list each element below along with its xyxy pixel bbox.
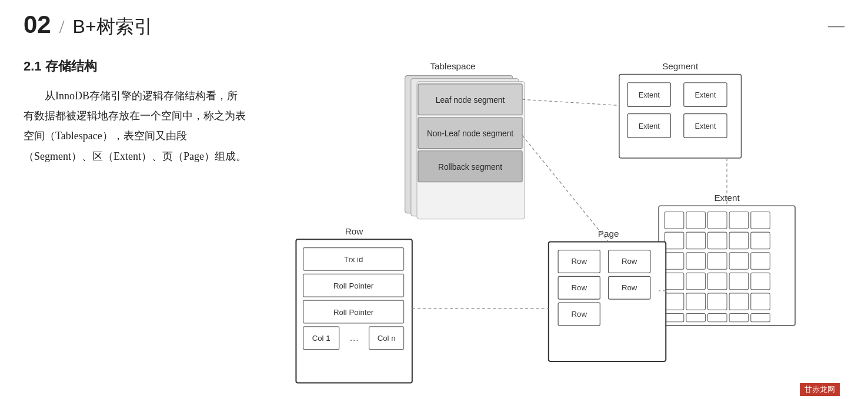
svg-text:Segment: Segment (662, 61, 699, 71)
svg-rect-23 (665, 212, 684, 229)
svg-rect-38 (665, 273, 684, 289)
svg-text:Extent: Extent (695, 122, 716, 130)
svg-rect-30 (707, 232, 727, 249)
page-header: 02 / B+树索引 — (0, 0, 868, 46)
svg-text:Roll Pointer: Roll Pointer (333, 281, 374, 290)
main-content: 2.1 存储结构 从InnoDB存储引擎的逻辑存储结构看，所有数据都被逻辑地存放… (0, 46, 868, 399)
svg-rect-43 (665, 293, 684, 310)
svg-text:Row: Row (622, 257, 637, 266)
svg-text:Row: Row (345, 226, 363, 236)
title-block: 02 / B+树索引 (24, 11, 153, 40)
svg-rect-51 (729, 314, 749, 322)
svg-rect-32 (751, 232, 770, 249)
svg-rect-36 (729, 253, 749, 269)
svg-rect-37 (751, 253, 770, 269)
svg-text:Row: Row (622, 283, 637, 292)
svg-rect-24 (686, 212, 706, 229)
slash-separator: / (59, 16, 65, 38)
svg-text:Col n: Col n (378, 334, 396, 343)
svg-rect-47 (751, 293, 770, 310)
svg-rect-39 (686, 273, 706, 289)
svg-rect-42 (751, 273, 770, 289)
storage-diagram: Tablespace Leaf node segment Non-Leaf no… (265, 58, 844, 398)
svg-rect-28 (665, 232, 684, 249)
svg-rect-45 (707, 293, 727, 310)
svg-rect-35 (707, 253, 727, 269)
page-number: 02 (24, 11, 51, 39)
svg-line-20 (522, 99, 619, 105)
svg-text:Leaf node segment: Leaf node segment (436, 96, 505, 105)
svg-rect-26 (729, 212, 749, 229)
svg-line-66 (522, 135, 609, 242)
diagram-panel: Tablespace Leaf node segment Non-Leaf no… (265, 58, 844, 399)
svg-text:Page: Page (598, 229, 619, 239)
svg-rect-27 (751, 212, 770, 229)
svg-text:Tablespace: Tablespace (430, 61, 475, 71)
svg-rect-41 (729, 273, 749, 289)
svg-text:Col 1: Col 1 (312, 334, 330, 343)
svg-rect-52 (751, 314, 770, 322)
svg-rect-33 (665, 253, 684, 269)
svg-text:Rollback segment: Rollback segment (438, 163, 502, 172)
svg-text:Row: Row (571, 257, 587, 266)
svg-rect-44 (686, 293, 706, 310)
svg-text:Extent: Extent (639, 90, 660, 99)
svg-rect-48 (665, 314, 684, 322)
svg-text:Row: Row (571, 283, 587, 292)
svg-rect-34 (686, 253, 706, 269)
svg-rect-40 (707, 273, 727, 289)
menu-icon[interactable]: — (828, 16, 844, 35)
svg-text:Non-Leaf node segment: Non-Leaf node segment (427, 129, 513, 138)
svg-text:Extent: Extent (695, 90, 716, 99)
svg-rect-50 (707, 314, 727, 322)
text-panel: 2.1 存储结构 从InnoDB存储引擎的逻辑存储结构看，所有数据都被逻辑地存放… (24, 58, 247, 399)
section-body: 从InnoDB存储引擎的逻辑存储结构看，所有数据都被逻辑地存放在一个空间中，称之… (24, 86, 247, 166)
watermark: 甘赤龙网 (800, 383, 840, 396)
page-title: B+树索引 (73, 14, 153, 40)
svg-text:Trx id: Trx id (344, 255, 363, 264)
svg-text:Extent: Extent (639, 122, 660, 130)
svg-rect-31 (729, 232, 749, 249)
svg-rect-25 (707, 212, 727, 229)
svg-text:Row: Row (571, 310, 587, 318)
svg-text:…: … (349, 332, 359, 343)
svg-rect-49 (686, 314, 706, 322)
svg-rect-29 (686, 232, 706, 249)
section-title: 2.1 存储结构 (24, 58, 247, 75)
svg-rect-46 (729, 293, 749, 310)
svg-text:Roll Pointer: Roll Pointer (333, 308, 374, 317)
